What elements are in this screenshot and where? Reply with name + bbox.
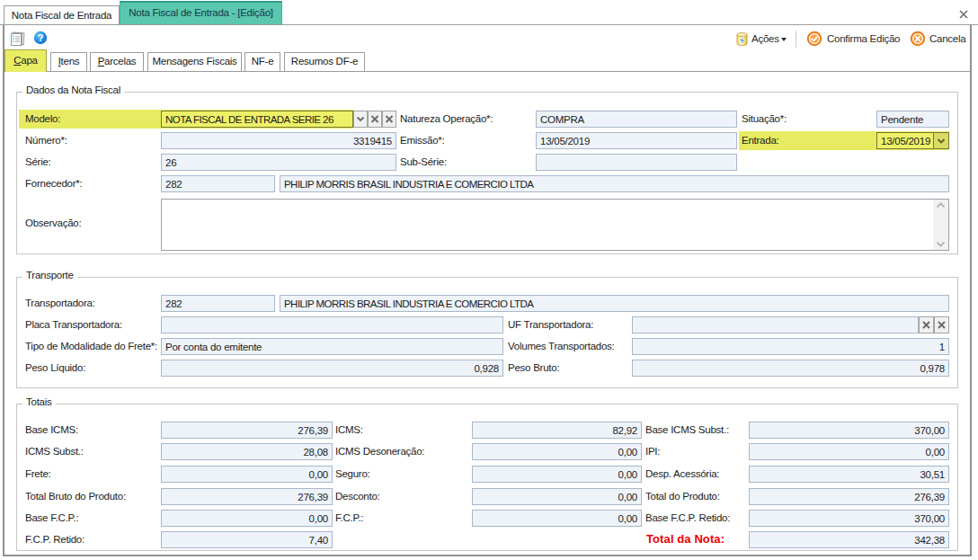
svg-text:?: ? — [38, 32, 44, 43]
